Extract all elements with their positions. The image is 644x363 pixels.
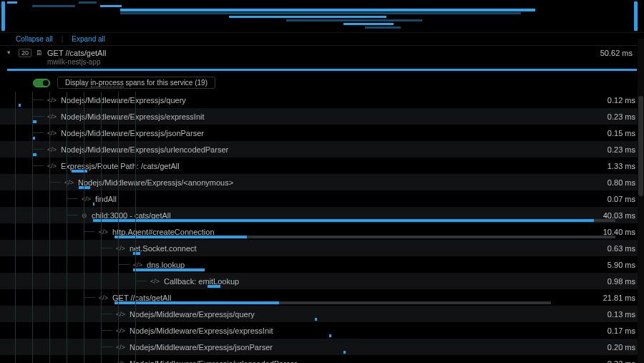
span-duration: 1.33 ms bbox=[608, 162, 635, 170]
root-span-subtitle: mwilk-nestjs-app bbox=[47, 58, 600, 66]
span-count-chip: 20 bbox=[19, 49, 31, 57]
span-duration: 0.98 ms bbox=[608, 277, 635, 286]
minimap-left-handle[interactable] bbox=[1, 1, 5, 31]
root-span-duration: 50.62 ms bbox=[600, 49, 637, 57]
scrollbar-thumb[interactable] bbox=[638, 96, 643, 196]
span-name: Nodejs/Middleware/Expressjs/jsonParser bbox=[61, 129, 204, 137]
span-self-bar bbox=[19, 104, 21, 107]
span-row[interactable]: </>http.Agent#createConnection10.40 ms bbox=[0, 223, 644, 240]
tree-vertical-line bbox=[67, 92, 67, 363]
span-self-bar bbox=[343, 351, 346, 354]
span-name: Nodejs/Middleware/Expressjs/jsonParser bbox=[130, 343, 273, 352]
span-row[interactable]: </>dns.lookup5.90 ms bbox=[0, 256, 644, 273]
tree-connector bbox=[101, 314, 112, 314]
span-duration: 0.33 ms bbox=[608, 359, 635, 364]
span-row[interactable]: </>Nodejs/Middleware/Expressjs/<anonymou… bbox=[0, 174, 644, 190]
span-self-bar bbox=[79, 186, 90, 189]
span-row[interactable]: </>net.Socket.connect0.63 ms bbox=[0, 240, 644, 256]
code-icon: </> bbox=[47, 113, 57, 120]
tree-connector bbox=[101, 248, 112, 248]
code-icon: </> bbox=[99, 228, 108, 236]
display-prefix: Display bbox=[65, 79, 89, 87]
code-icon: </> bbox=[82, 195, 91, 203]
span-waterfall: </>Nodejs/Middleware/Expressjs/query0.12… bbox=[0, 92, 644, 363]
span-self-bar bbox=[133, 268, 205, 271]
span-duration: 0.17 ms bbox=[608, 326, 635, 335]
span-name: Nodejs/Middleware/Expressjs/expressInit bbox=[61, 112, 205, 121]
code-icon: </> bbox=[47, 146, 57, 153]
span-self-bar bbox=[315, 318, 317, 321]
tree-connector bbox=[67, 215, 78, 216]
span-name: child:3000 - cats/getAll bbox=[92, 211, 171, 220]
tree-vertical-line bbox=[15, 92, 16, 363]
span-row[interactable]: </>Nodejs/Middleware/Expressjs/urlencode… bbox=[0, 141, 644, 158]
span-row[interactable]: ⊕child:3000 - cats/getAll40.03 ms bbox=[0, 207, 644, 223]
span-row[interactable]: </>Nodejs/Middleware/Expressjs/query0.13… bbox=[0, 306, 644, 322]
span-label: </>Nodejs/Middleware/Expressjs/query bbox=[116, 310, 255, 319]
span-name: http.Agent#createConnection bbox=[112, 228, 215, 236]
collapse-all-link[interactable]: Collapse all bbox=[16, 35, 53, 43]
span-name: Nodejs/Middleware/Expressjs/urlencodedPa… bbox=[130, 359, 297, 364]
tree-connector bbox=[84, 231, 95, 232]
trace-root-row[interactable]: ▾ 20 🗎 GET //cats/getAll mwilk-nestjs-ap… bbox=[0, 45, 644, 67]
minimap-bar bbox=[7, 1, 17, 4]
span-name: Expressjs/Route Path: /cats/getAll bbox=[61, 162, 180, 170]
separator: | bbox=[62, 35, 64, 43]
span-row[interactable]: </>Nodejs/Middleware/Expressjs/jsonParse… bbox=[0, 339, 644, 355]
span-label: </>Nodejs/Middleware/Expressjs/urlencode… bbox=[116, 359, 297, 364]
minimap-bar bbox=[365, 26, 401, 29]
span-self-bar bbox=[133, 252, 140, 255]
tree-connector bbox=[84, 297, 95, 298]
span-label: </>findAll bbox=[82, 195, 117, 203]
span-row[interactable]: </>Nodejs/Middleware/Expressjs/urlencode… bbox=[0, 355, 644, 363]
span-name: findAll bbox=[95, 195, 117, 203]
minimap-bar bbox=[343, 23, 394, 25]
span-label: </>Nodejs/Middleware/Expressjs/jsonParse… bbox=[116, 343, 273, 352]
span-row[interactable]: </>Nodejs/Middleware/Expressjs/expressIn… bbox=[0, 322, 644, 339]
span-duration: 5.90 ms bbox=[608, 261, 635, 269]
tree-connector bbox=[32, 165, 44, 166]
span-row[interactable]: </>findAll0.07 ms bbox=[0, 190, 644, 207]
file-icon: 🗎 bbox=[36, 49, 43, 57]
tree-connector bbox=[101, 330, 112, 331]
tree-vertical-line bbox=[101, 92, 102, 363]
display-in-process-pill[interactable]: Display in-process spans for this servic… bbox=[57, 77, 215, 89]
trace-minimap[interactable] bbox=[0, 0, 644, 33]
tree-connector bbox=[32, 116, 44, 117]
span-label: </>Nodejs/Middleware/Expressjs/query bbox=[47, 96, 186, 105]
minimap-right-handle[interactable] bbox=[634, 1, 638, 31]
span-row[interactable]: </>Expressjs/Route Path: /cats/getAll1.3… bbox=[0, 158, 644, 174]
span-self-bar bbox=[93, 203, 94, 205]
minimap-bar bbox=[229, 16, 386, 18]
expand-all-link[interactable]: Expand all bbox=[72, 35, 105, 43]
tree-connector bbox=[49, 182, 61, 183]
code-icon: </> bbox=[116, 245, 125, 252]
span-duration: 0.12 ms bbox=[608, 96, 635, 105]
span-self-bar bbox=[208, 285, 220, 288]
span-self-bar bbox=[114, 301, 279, 304]
span-row[interactable]: </>Callback: emitLookup0.98 ms bbox=[0, 273, 644, 289]
span-label: </>Nodejs/Middleware/Expressjs/jsonParse… bbox=[47, 129, 204, 137]
span-name: GET //cats/getAll bbox=[112, 294, 171, 302]
span-duration: 0.15 ms bbox=[608, 129, 635, 137]
span-row[interactable]: </>GET //cats/getAll21.81 ms bbox=[0, 289, 644, 306]
span-duration: 10.40 ms bbox=[603, 228, 635, 236]
code-icon: </> bbox=[64, 179, 74, 186]
minimap-bar bbox=[120, 9, 535, 11]
minimap-bar bbox=[120, 12, 521, 14]
span-duration: 21.81 ms bbox=[603, 294, 635, 302]
span-duration: 0.80 ms bbox=[608, 178, 635, 187]
span-label: </>Nodejs/Middleware/Expressjs/urlencode… bbox=[47, 145, 228, 154]
tree-vertical-line bbox=[135, 92, 136, 363]
display-in-process-row: Display in-process spans for this servic… bbox=[33, 77, 644, 89]
span-row[interactable]: </>Nodejs/Middleware/Expressjs/query0.12… bbox=[0, 92, 644, 108]
span-row[interactable]: </>Nodejs/Middleware/Expressjs/expressIn… bbox=[0, 108, 644, 125]
span-self-bar bbox=[329, 334, 331, 337]
in-process-toggle[interactable] bbox=[33, 79, 50, 87]
span-row[interactable]: </>Nodejs/Middleware/Expressjs/jsonParse… bbox=[0, 125, 644, 141]
tree-connector bbox=[135, 281, 147, 281]
minimap-bar bbox=[79, 1, 97, 4]
scrollbar-track[interactable] bbox=[638, 39, 644, 363]
span-self-bar bbox=[93, 219, 594, 222]
chevron-down-icon[interactable]: ▾ bbox=[7, 49, 14, 56]
